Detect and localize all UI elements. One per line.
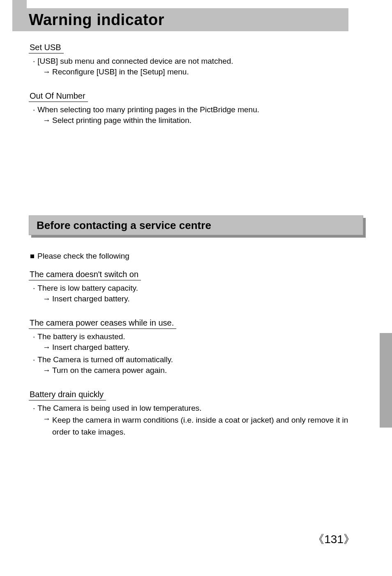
remedy-line: → Keep the camera in warm conditions (i.… [43,414,363,438]
remedy-text: Insert charged battery. [52,294,130,303]
arrow-icon: → [43,116,51,125]
remedy-line: → Reconfigure [USB] in the [Setup] menu. [43,67,363,76]
page-number: 《131》 [313,532,355,547]
cause-text: [USB] sub menu and connected device are … [33,57,363,66]
remedy-line: → Select printing page within the limita… [43,116,363,125]
page-number-prefix: 《 [313,533,324,546]
remedy-text: Insert charged battery. [52,343,130,352]
remedy-text: Keep the camera in warm conditions (i.e.… [52,414,363,438]
cause-text: There is low battery capacity. [33,284,363,293]
section-label: Set USB [29,43,64,53]
section-label: Battery drain quickly [29,390,106,400]
section-label: Out Of Number [29,91,88,102]
remedy-line: → Insert charged battery. [43,343,363,352]
arrow-icon: → [43,366,51,375]
remedy-line: → Insert charged battery. [43,294,363,303]
troubleshoot-section: The camera power ceases while in use. Th… [29,317,363,375]
page-title-band: Warning indicator [12,8,348,31]
arrow-icon: → [43,343,51,352]
page-content: Set USB [USB] sub menu and connected dev… [29,41,363,439]
side-tab [380,333,392,428]
subheading: Before contacting a service centre [29,215,363,235]
subheading-box: Before contacting a service centre [29,215,363,235]
section-label: The camera power ceases while in use. [29,318,176,329]
remedy-line: → Turn on the camera power again. [43,366,363,375]
page-title: Warning indicator [29,11,164,29]
arrow-icon: → [43,67,51,76]
remedy-text: Select printing page within the limitati… [52,116,191,125]
arrow-icon: → [43,414,51,423]
cause-text: When selecting too many printing pages i… [33,105,363,114]
warning-section: Out Of Number When selecting too many pr… [29,90,363,125]
remedy-text: Turn on the camera power again. [52,366,167,375]
intro-line: Please check the following [30,252,363,261]
cause-text: The battery is exhausted. [33,332,363,341]
troubleshoot-section: The camera doesn't switch on There is lo… [29,268,363,303]
section-label: The camera doesn't switch on [29,270,141,280]
remedy-text: Reconfigure [USB] in the [Setup] menu. [52,67,189,76]
page-number-suffix: 》 [344,533,355,546]
bullet-square-icon [30,254,34,258]
page-number-value: 131 [324,533,344,546]
intro-text: Please check the following [37,252,129,261]
manual-page: Warning indicator Set USB [USB] sub menu… [0,0,392,576]
warning-section: Set USB [USB] sub menu and connected dev… [29,41,363,76]
cause-text: The Camera is being used in low temperat… [33,404,363,413]
cause-text: The Camera is turned off automatically. [33,355,363,364]
arrow-icon: → [43,294,51,303]
troubleshoot-section: Battery drain quickly The Camera is bein… [29,388,363,438]
